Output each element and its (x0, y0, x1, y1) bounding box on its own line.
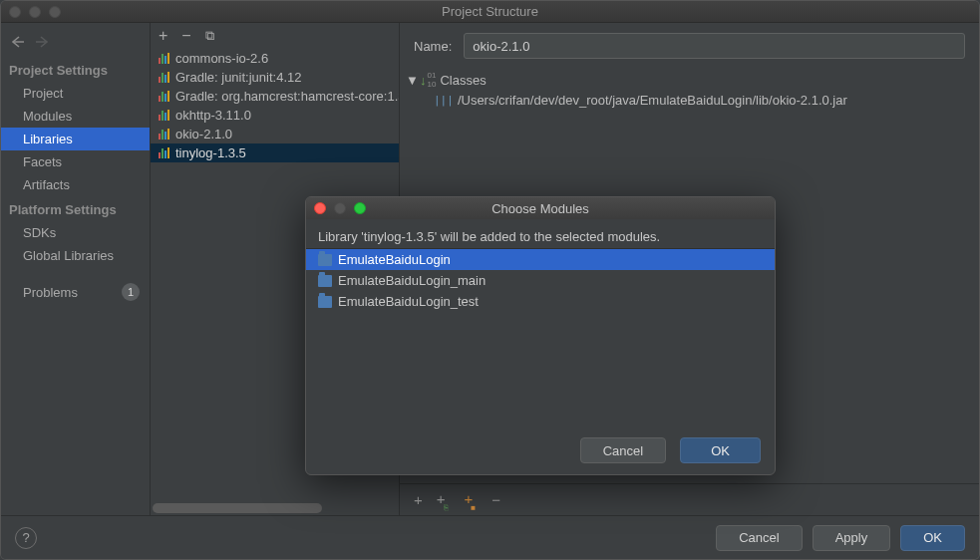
library-row[interactable]: okio-2.1.0 (151, 125, 399, 143)
name-label: Name: (414, 39, 452, 54)
library-icon (159, 129, 169, 140)
library-icon (159, 110, 169, 121)
module-list[interactable]: EmulateBaiduLogin EmulateBaiduLogin_main… (306, 248, 775, 426)
dialog-cancel-button[interactable]: Cancel (580, 437, 666, 463)
detail-toolbar: + +⎘ +■ − (400, 483, 979, 515)
add-library-icon[interactable]: + (159, 27, 167, 45)
disclosure-triangle-icon[interactable]: ▼ (406, 73, 416, 88)
library-label: Gradle: junit:junit:4.12 (175, 70, 301, 85)
sidebar-item-facets[interactable]: Facets (1, 150, 150, 173)
module-icon (318, 296, 332, 308)
library-label: Gradle: org.hamcrest:hamcrest-core:1.3 (175, 89, 399, 104)
library-row[interactable]: commons-io-2.6 (151, 49, 399, 68)
add-url-icon[interactable]: +⎘ (437, 490, 451, 510)
dialog-titlebar: Choose Modules (306, 197, 775, 219)
library-row[interactable]: tinylog-1.3.5 (151, 143, 399, 162)
add-specify-icon[interactable]: +■ (465, 490, 479, 510)
choose-modules-dialog: Choose Modules Library 'tinylog-1.3.5' w… (305, 196, 776, 475)
library-label: commons-io-2.6 (175, 51, 268, 66)
sidebar-item-project[interactable]: Project (1, 82, 150, 105)
window-close-icon[interactable] (9, 6, 21, 18)
dialog-close-icon[interactable] (314, 202, 326, 214)
tree-node-jar[interactable]: ||| /Users/crifan/dev/dev_root/java/Emul… (400, 91, 979, 110)
dialog-title: Choose Modules (306, 201, 775, 216)
sidebar-item-modules[interactable]: Modules (1, 105, 150, 128)
window-minimize-icon[interactable] (29, 6, 41, 18)
remove-item-icon[interactable]: − (491, 491, 500, 508)
jar-icon: ||| (434, 94, 454, 107)
dialog-message: Library 'tinylog-1.3.5' will be added to… (306, 219, 775, 248)
sidebar-section-project-settings: Project Settings (1, 57, 150, 82)
nav-bar (1, 27, 150, 57)
library-list-scrollbar[interactable] (153, 503, 397, 513)
main-titlebar: Project Structure (1, 1, 979, 23)
module-label: EmulateBaiduLogin_main (338, 273, 486, 288)
sidebar-section-platform-settings: Platform Settings (1, 196, 150, 221)
library-toolbar: + − ⧉ (151, 23, 399, 49)
add-item-icon[interactable]: + (414, 491, 423, 508)
remove-library-icon[interactable]: − (181, 27, 190, 45)
library-label: okhttp-3.11.0 (175, 108, 251, 123)
problems-count-badge: 1 (122, 283, 140, 301)
settings-sidebar: Project Settings Project Modules Librari… (1, 23, 151, 515)
apply-button[interactable]: Apply (813, 525, 891, 551)
library-label: tinylog-1.3.5 (175, 145, 246, 160)
help-button[interactable]: ? (15, 527, 37, 549)
sidebar-item-sdks[interactable]: SDKs (1, 221, 150, 244)
library-row[interactable]: Gradle: junit:junit:4.12 (151, 68, 399, 87)
window-title: Project Structure (1, 4, 979, 19)
copy-library-icon[interactable]: ⧉ (205, 28, 214, 44)
dialog-footer: ? Cancel Apply OK (1, 515, 979, 559)
tree-node-path: /Users/crifan/dev/dev_root/java/EmulateB… (458, 93, 847, 108)
library-icon (159, 147, 169, 158)
library-row[interactable]: Gradle: org.hamcrest:hamcrest-core:1.3 (151, 87, 399, 106)
module-row[interactable]: EmulateBaiduLogin_test (306, 291, 775, 312)
sidebar-item-problems[interactable]: Problems 1 (1, 277, 150, 307)
module-icon (318, 254, 332, 266)
nav-back-icon[interactable] (9, 34, 25, 53)
ok-button[interactable]: OK (900, 525, 965, 551)
library-icon (159, 91, 169, 102)
dialog-zoom-icon[interactable] (354, 202, 366, 214)
classes-icon: ↓0110 (420, 71, 436, 89)
module-icon (318, 275, 332, 287)
module-label: EmulateBaiduLogin (338, 252, 451, 267)
sidebar-item-global-libraries[interactable]: Global Libraries (1, 244, 150, 267)
tree-node-classes[interactable]: ▼ ↓0110 Classes (400, 69, 979, 91)
library-icon (159, 53, 169, 64)
dialog-ok-button[interactable]: OK (680, 437, 761, 463)
library-name-input[interactable] (464, 33, 965, 59)
library-label: okio-2.1.0 (175, 127, 232, 141)
library-row[interactable]: okhttp-3.11.0 (151, 106, 399, 125)
module-row[interactable]: EmulateBaiduLogin (306, 249, 775, 270)
cancel-button[interactable]: Cancel (716, 525, 802, 551)
nav-forward-icon (35, 34, 51, 53)
tree-node-label: Classes (440, 73, 486, 88)
module-row[interactable]: EmulateBaiduLogin_main (306, 270, 775, 291)
problems-label: Problems (23, 285, 78, 300)
module-label: EmulateBaiduLogin_test (338, 294, 479, 309)
library-icon (159, 72, 169, 83)
sidebar-item-artifacts[interactable]: Artifacts (1, 173, 150, 196)
sidebar-item-libraries[interactable]: Libraries (1, 128, 150, 150)
dialog-minimize-icon (334, 202, 346, 214)
dialog-button-row: Cancel OK (306, 426, 775, 474)
window-zoom-icon[interactable] (49, 6, 61, 18)
